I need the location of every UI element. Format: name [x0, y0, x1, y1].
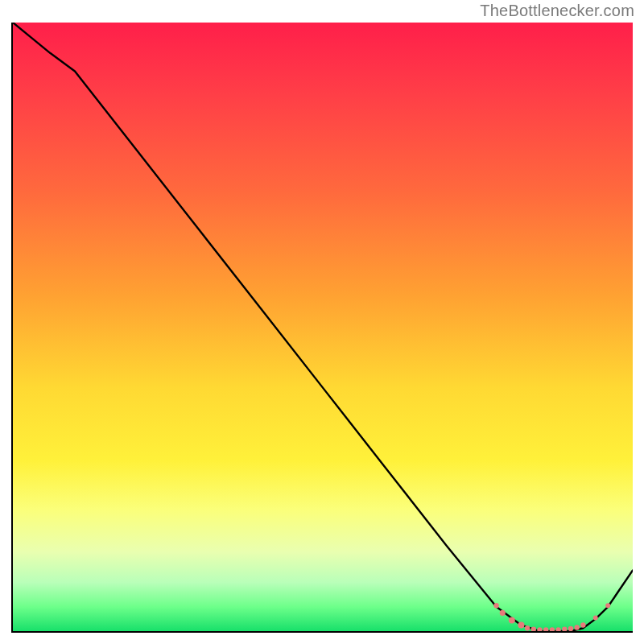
bottleneck-curve-line	[13, 23, 633, 631]
highlight-dot	[500, 610, 506, 616]
chart-svg-layer	[13, 23, 633, 631]
attribution-text: TheBottlenecker.com	[480, 2, 634, 20]
highlight-dot	[605, 603, 610, 608]
highlight-dot	[518, 621, 524, 628]
highlight-dot	[509, 617, 515, 623]
highlight-dot	[525, 625, 530, 630]
highlight-dot	[574, 625, 579, 630]
chart-frame	[11, 23, 633, 633]
highlight-dot	[562, 627, 567, 631]
highlight-dot	[531, 627, 536, 631]
highlight-dot	[537, 627, 542, 631]
highlight-dot	[580, 622, 585, 627]
highlight-dot	[593, 615, 598, 620]
highlight-dot	[555, 627, 560, 631]
highlight-dots-group	[493, 603, 610, 631]
highlight-dot	[568, 626, 573, 631]
highlight-dot	[493, 603, 498, 608]
highlight-dot	[550, 627, 555, 631]
highlight-dot	[543, 627, 548, 631]
